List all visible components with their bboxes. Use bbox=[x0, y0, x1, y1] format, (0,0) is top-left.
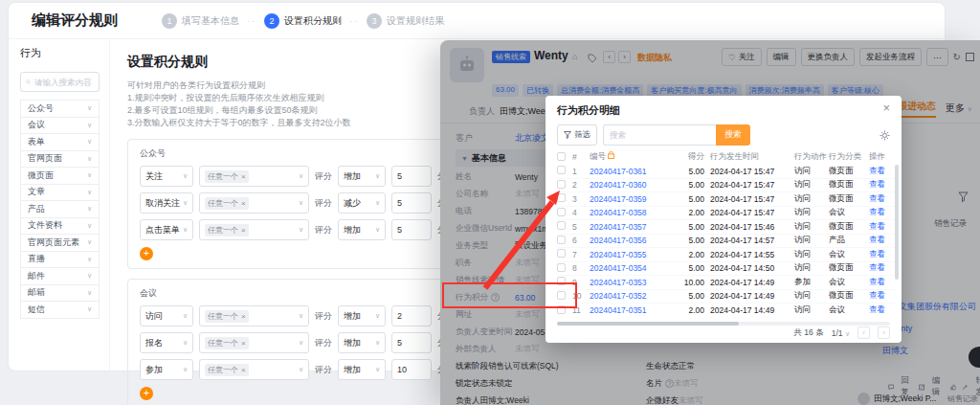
record-link[interactable]: 20240417-0353 bbox=[590, 278, 666, 287]
next-page-button[interactable]: › bbox=[878, 326, 890, 339]
sidebar-item-page-element[interactable]: 官网页面元素∨ bbox=[21, 235, 99, 252]
score-value-input[interactable] bbox=[391, 305, 432, 326]
view-link[interactable]: 查看 bbox=[869, 193, 894, 205]
action-select[interactable]: 访问∨ bbox=[140, 305, 193, 326]
row-checkbox[interactable] bbox=[557, 305, 566, 314]
chevron-down-icon: ∨ bbox=[375, 226, 380, 234]
row-checkbox[interactable] bbox=[557, 249, 566, 258]
action-select[interactable]: 点击菜单∨ bbox=[140, 219, 193, 240]
view-link[interactable]: 查看 bbox=[869, 262, 894, 274]
add-rule-button[interactable]: + bbox=[140, 387, 153, 400]
action-select[interactable]: 关注∨ bbox=[140, 166, 193, 187]
record-link[interactable]: 20240417-0351 bbox=[590, 305, 666, 315]
remove-tag-icon[interactable]: × bbox=[241, 226, 246, 235]
score-value-input[interactable] bbox=[391, 166, 432, 187]
score-value-input[interactable] bbox=[391, 219, 432, 240]
prev-page-button[interactable]: ‹ bbox=[858, 326, 870, 339]
operation-select[interactable]: 增加∨ bbox=[338, 332, 386, 353]
action-select[interactable]: 参加∨ bbox=[140, 359, 193, 380]
target-select[interactable]: 任意一个×∨ bbox=[199, 359, 309, 380]
search-input[interactable] bbox=[34, 78, 94, 87]
record-link[interactable]: 20240417-0358 bbox=[590, 208, 666, 217]
add-rule-button[interactable]: + bbox=[140, 247, 153, 260]
filter-button[interactable]: 筛选 bbox=[557, 124, 597, 146]
chevron-down-icon: ∨ bbox=[183, 339, 188, 347]
modal-search-button[interactable]: 搜索 bbox=[716, 124, 750, 146]
step-rule-result[interactable]: 3 设置规则结果 bbox=[367, 13, 444, 29]
step-basic-info[interactable]: 1 填写基本信息 bbox=[162, 13, 239, 29]
score-value-input[interactable] bbox=[391, 332, 432, 353]
record-link[interactable]: 20240417-0354 bbox=[590, 263, 666, 273]
row-checkbox[interactable] bbox=[557, 221, 566, 230]
remove-tag-icon[interactable]: × bbox=[241, 339, 246, 348]
record-link[interactable]: 20240417-0357 bbox=[590, 222, 666, 232]
view-link[interactable]: 查看 bbox=[869, 304, 894, 316]
page-indicator[interactable]: 1/1 ∨ bbox=[832, 328, 850, 338]
row-checkbox[interactable] bbox=[557, 180, 566, 189]
record-link[interactable]: 20240417-0355 bbox=[590, 250, 666, 259]
gear-icon[interactable] bbox=[880, 130, 890, 141]
record-link[interactable]: 20240417-0352 bbox=[590, 291, 666, 301]
row-checkbox[interactable] bbox=[557, 193, 566, 202]
row-checkbox[interactable] bbox=[557, 236, 566, 244]
view-link[interactable]: 查看 bbox=[869, 166, 894, 177]
operation-select[interactable]: 增加∨ bbox=[338, 305, 386, 326]
remove-tag-icon[interactable]: × bbox=[241, 199, 246, 208]
sidebar-item-sms[interactable]: 短信∨ bbox=[21, 302, 99, 319]
target-select[interactable]: 任意一个×∨ bbox=[199, 305, 309, 326]
sidebar-item-meeting[interactable]: 会议∨ bbox=[21, 118, 99, 135]
sidebar-item-website-page[interactable]: 官网页面∨ bbox=[21, 151, 99, 169]
row-checkbox[interactable] bbox=[557, 263, 566, 272]
record-link[interactable]: 20240417-0361 bbox=[590, 167, 666, 176]
operation-select[interactable]: 增加∨ bbox=[338, 359, 386, 380]
row-checkbox[interactable] bbox=[557, 208, 566, 216]
target-select[interactable]: 任意一个×∨ bbox=[199, 192, 309, 214]
sidebar-item-mail[interactable]: 邮件∨ bbox=[21, 268, 99, 285]
view-link[interactable]: 查看 bbox=[869, 179, 894, 191]
modal-search-input[interactable] bbox=[603, 124, 716, 146]
scrollbar-thumb[interactable] bbox=[557, 322, 739, 326]
sidebar-item-file[interactable]: 文件资料∨ bbox=[21, 218, 99, 236]
sidebar-item-form[interactable]: 表单∨ bbox=[21, 134, 99, 151]
record-link[interactable]: 20240417-0359 bbox=[590, 194, 666, 204]
sidebar-item-product[interactable]: 产品∨ bbox=[21, 201, 99, 218]
remove-tag-icon[interactable]: × bbox=[241, 366, 246, 374]
target-select[interactable]: 任意一个×∨ bbox=[199, 332, 309, 353]
row-checkbox[interactable] bbox=[557, 277, 566, 285]
sidebar-item-mailbox[interactable]: 邮箱∨ bbox=[21, 285, 99, 303]
step-score-rules[interactable]: 2 设置积分规则 bbox=[264, 13, 342, 29]
view-link[interactable]: 查看 bbox=[869, 235, 894, 246]
group-label: 会议 bbox=[140, 287, 473, 300]
view-link[interactable]: 查看 bbox=[869, 290, 894, 302]
view-link[interactable]: 查看 bbox=[869, 221, 894, 233]
row-checkbox[interactable] bbox=[557, 166, 566, 174]
table-row: 220240417-03605.002024-04-17 15:47访问微页面查… bbox=[557, 179, 896, 193]
row-checkbox[interactable] bbox=[557, 291, 566, 300]
operation-select[interactable]: 减少∨ bbox=[338, 192, 386, 214]
action-select[interactable]: 报名∨ bbox=[140, 332, 193, 353]
sidebar-search[interactable] bbox=[20, 72, 100, 92]
sidebar-item-article[interactable]: 文章∨ bbox=[21, 185, 99, 202]
target-select[interactable]: 任意一个×∨ bbox=[199, 166, 309, 187]
operation-select[interactable]: 增加∨ bbox=[338, 219, 386, 240]
remove-tag-icon[interactable]: × bbox=[241, 172, 246, 181]
sidebar-item-micro-page[interactable]: 微页面∨ bbox=[21, 168, 99, 185]
sidebar-item-live[interactable]: 直播∨ bbox=[21, 252, 99, 269]
funnel-icon bbox=[564, 131, 571, 139]
view-link[interactable]: 查看 bbox=[869, 249, 894, 260]
record-link[interactable]: 20240417-0360 bbox=[590, 180, 666, 190]
action-select[interactable]: 取消关注∨ bbox=[140, 192, 193, 214]
vertical-scrollbar[interactable] bbox=[895, 165, 899, 280]
view-link[interactable]: 查看 bbox=[869, 277, 894, 288]
record-link[interactable]: 20240417-0356 bbox=[590, 236, 666, 245]
operation-select[interactable]: 增加∨ bbox=[338, 166, 386, 187]
score-value-input[interactable] bbox=[391, 192, 432, 214]
score-value-input[interactable] bbox=[391, 359, 432, 380]
sidebar-item-official-account[interactable]: 公众号∨ bbox=[21, 101, 99, 118]
view-link[interactable]: 查看 bbox=[869, 207, 894, 218]
close-icon[interactable]: × bbox=[882, 101, 890, 115]
target-select[interactable]: 任意一个×∨ bbox=[199, 219, 309, 240]
horizontal-scrollbar[interactable] bbox=[557, 322, 890, 326]
select-all-checkbox[interactable] bbox=[557, 152, 566, 161]
remove-tag-icon[interactable]: × bbox=[241, 312, 246, 321]
